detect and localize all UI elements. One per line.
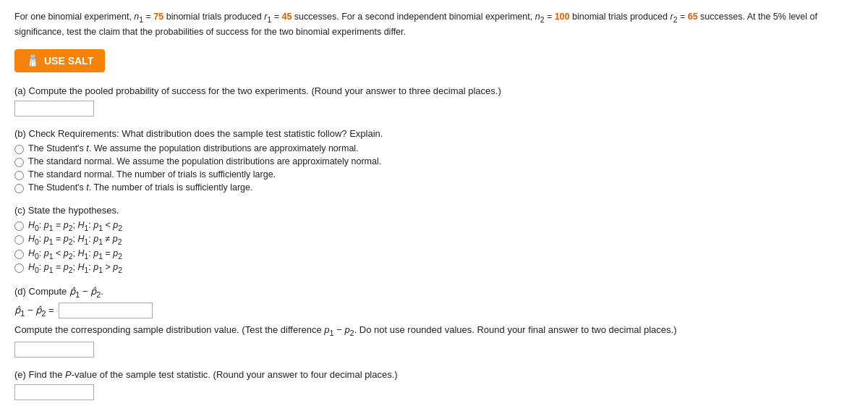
section-d: (d) Compute p̂1 − p̂2. p̂1 − p̂2 = Compu… [14, 286, 854, 358]
section-b: (b) Check Requirements: What distributio… [14, 128, 854, 193]
section-c-radio-4[interactable] [14, 263, 24, 273]
section-c-option-1: H0: p1 = p2; H1: p1 < p2 [14, 220, 854, 232]
section-b-radio-1[interactable] [14, 145, 24, 154]
section-b-label: (b) Check Requirements: What distributio… [14, 128, 854, 139]
section-a-question: Compute the pooled probability of succes… [29, 85, 501, 96]
section-b-option-1: The Student's t. We assume the populatio… [14, 143, 854, 154]
use-salt-button[interactable]: 🧂 USE SALT [14, 49, 105, 72]
section-b-options: The Student's t. We assume the populatio… [14, 143, 854, 193]
section-d-dist-input[interactable] [14, 342, 94, 358]
section-b-question: Check Requirements: What distribution do… [29, 128, 383, 139]
section-b-radio-4[interactable] [14, 184, 24, 193]
section-e: (e) Find the P-value of the sample test … [14, 369, 854, 400]
section-c-options: H0: p1 = p2; H1: p1 < p2 H0: p1 = p2; H1… [14, 220, 854, 274]
section-c-question: State the hypotheses. [28, 205, 119, 216]
section-a-input[interactable] [14, 101, 94, 117]
section-d-label: (d) Compute p̂1 − p̂2. [14, 286, 854, 299]
section-c-radio-1[interactable] [14, 221, 24, 231]
section-d-question2: Compute the corresponding sample distrib… [14, 324, 854, 337]
section-d-p1p2-label: p̂1 − p̂2 = [14, 305, 54, 318]
section-e-label: (e) Find the P-value of the sample test … [14, 369, 854, 380]
section-c-option-2: H0: p1 = p2; H1: p1 ≠ p2 [14, 234, 854, 246]
section-b-option-3: The standard normal. The number of trial… [14, 169, 854, 180]
section-e-question: Find the P-value of the sample test stat… [29, 369, 398, 380]
use-salt-label: USE SALT [44, 55, 93, 67]
section-b-radio-3[interactable] [14, 171, 24, 180]
section-a: (a) Compute the pooled probability of su… [14, 85, 854, 117]
salt-icon: 🧂 [26, 54, 40, 67]
section-d-p1p2-row: p̂1 − p̂2 = [14, 303, 854, 318]
section-c-label: (c) State the hypotheses. [14, 205, 854, 216]
section-c: (c) State the hypotheses. H0: p1 = p2; H… [14, 205, 854, 274]
section-c-radio-2[interactable] [14, 235, 24, 245]
section-d-p1p2-input[interactable] [59, 303, 153, 318]
section-c-option-3: H0: p1 < p2; H1: p1 = p2 [14, 248, 854, 261]
section-b-option-4: The Student's t. The number of trials is… [14, 182, 854, 193]
section-d-question1: Compute p̂1 − p̂2. [29, 286, 103, 297]
section-c-option-4: H0: p1 = p2; H1: p1 > p2 [14, 262, 854, 274]
section-b-radio-2[interactable] [14, 158, 24, 167]
section-a-label: (a) Compute the pooled probability of su… [14, 85, 854, 96]
section-e-input[interactable] [14, 384, 94, 400]
intro-paragraph: For one binomial experiment, n1 = 75 bin… [14, 10, 854, 39]
section-c-radio-3[interactable] [14, 250, 24, 259]
section-b-option-2: The standard normal. We assume the popul… [14, 156, 854, 167]
